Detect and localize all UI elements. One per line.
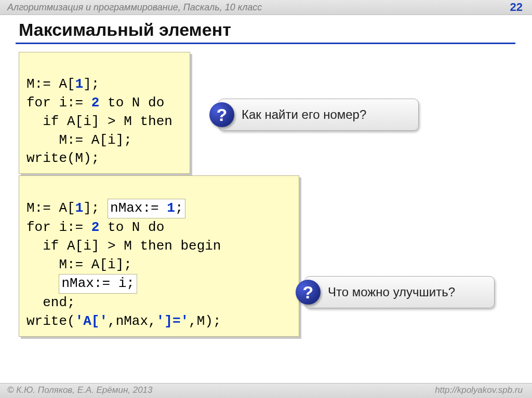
page-number: 22	[510, 1, 523, 14]
title-rule	[16, 43, 515, 44]
code-line: M:= A[1];	[26, 76, 99, 92]
callout-question-1: ? Как найти его номер?	[218, 99, 419, 131]
code-line: write('A[',nMax,']=',M);	[26, 313, 221, 329]
code-line: M:= A[i];	[26, 132, 132, 148]
code-box-1: M:= A[1]; for i:= 2 to N do if A[i] > M …	[19, 52, 190, 174]
code-line: end;	[26, 295, 75, 310]
footer-copyright: © К.Ю. Поляков, Е.А. Ерёмин, 2013	[7, 385, 153, 395]
callout-question-2: ? Что можно улучшить?	[304, 276, 495, 308]
code-line: nMax:= i;	[26, 276, 137, 291]
callout-text: Как найти его номер?	[242, 107, 366, 122]
question-mark-icon: ?	[209, 102, 234, 127]
question-mark-icon: ?	[296, 280, 321, 305]
code-line: write(M);	[26, 150, 99, 166]
code-line: M:= A[i];	[26, 257, 132, 272]
footer-url: http://kpolyakov.spb.ru	[435, 385, 523, 395]
callout-text: Что можно улучшить?	[328, 285, 455, 299]
code-box-2: M:= A[1]; nMax:= 1; for i:= 2 to N do if…	[19, 175, 299, 337]
code-line: if A[i] > M then	[26, 114, 172, 129]
code-line: for i:= 2 to N do	[26, 219, 164, 235]
code-line: for i:= 2 to N do	[26, 95, 164, 111]
breadcrumb: Алгоритмизация и программирование, Паска…	[7, 2, 262, 13]
code-line: M:= A[1]; nMax:= 1;	[26, 200, 185, 216]
code-line: if A[i] > M then begin	[26, 238, 221, 254]
page-title: Максимальный элемент	[19, 20, 231, 40]
